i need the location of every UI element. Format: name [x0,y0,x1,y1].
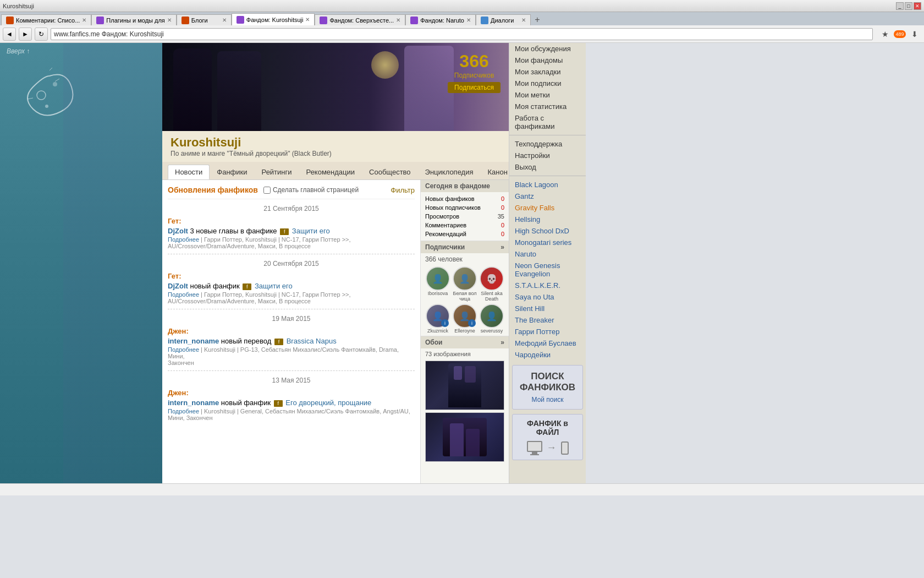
fandom-link-harry-potter[interactable]: Гарри Поттер [509,326,586,337]
wallpaper-thumb-1[interactable] [425,361,504,410]
wallpapers-section: Обои » 73 изображения [421,336,509,464]
convert-arrow-icon: → [547,442,557,454]
avatar-item-3: 💀 Silent aka Death [479,266,504,302]
bookmark-icon[interactable]: ★ [878,28,892,41]
more-link-3[interactable]: Подробнее [168,346,199,353]
tab-naruto[interactable]: Фандом: Naruto ✕ [405,14,476,25]
notification-icon[interactable]: 489 [893,28,906,41]
tab-close-icon[interactable]: ✕ [521,17,526,23]
wallpapers-arrow[interactable]: » [501,339,504,346]
menu-item-fandoms[interactable]: Мои фандомы [509,54,586,66]
fandom-link-gantz[interactable]: Gantz [509,190,586,202]
filter-button[interactable]: Фильтр [391,186,415,194]
notification-badge: 489 [894,30,905,38]
nav-item-news[interactable]: Новости [168,165,210,179]
fanfic-link-3[interactable]: Brassica Napus [287,337,337,345]
nav-item-fanfics[interactable]: Фанфики [210,165,254,179]
window-controls: _ □ ✕ [896,2,921,10]
tab-favicon [96,17,104,24]
address-bar[interactable]: www.fanfics.me Фандом: Kuroshitsuji [51,28,873,40]
fandom-link-naruto[interactable]: Naruto [509,248,586,260]
genre-label-3: Джен: [168,327,415,335]
svg-point-2 [53,82,57,86]
make-home-checkbox[interactable] [263,187,271,194]
refresh-button[interactable]: ↻ [35,28,48,41]
fandom-link-nge[interactable]: Neon Genesis Evangelion [509,260,586,280]
nav-item-encyclopedia[interactable]: Энциклопедия [418,165,481,179]
tab-label: Блоги [191,17,220,24]
fandom-link-monogatari[interactable]: Monogatari series [509,237,586,248]
tab-plugins[interactable]: Плагины и моды для ✕ [91,14,176,25]
avatar-pic-severussy[interactable]: 👤 [480,304,504,328]
menu-item-bookmarks[interactable]: Мои закладки [509,66,586,78]
nav-item-ratings[interactable]: Рейтинги [255,165,299,179]
monitor-icon [527,441,542,455]
more-link-4[interactable]: Подробнее [168,408,199,415]
new-tab-button[interactable]: + [531,14,544,25]
tab-label: Комментарии: Списо... [16,17,80,24]
tab-close-icon[interactable]: ✕ [222,17,227,23]
avatar-pic-elleroyne[interactable]: 👤 i [453,304,477,328]
more-link-2[interactable]: Подробнее [168,291,199,298]
tab-supernatural[interactable]: Фандом: Сверхъесте... ✕ [315,14,405,25]
maximize-button[interactable]: □ [905,2,912,10]
tab-close-icon[interactable]: ✕ [396,17,400,23]
author-2: DjZolt [168,282,188,290]
wallpaper-thumb-2[interactable] [425,412,504,462]
menu-item-tags[interactable]: Мои метки [509,89,586,101]
menu-item-subscriptions[interactable]: Мои подписки [509,78,586,89]
avatar-pic-iborisova[interactable]: 👤 [426,266,450,291]
fandom-link-stalker[interactable]: S.T.A.L.K.E.R. [509,280,586,291]
close-button[interactable]: ✕ [914,2,921,10]
stats-rows: Новых фанфиков 0 Новых подписчиков 0 Про… [421,192,509,241]
tab-close-icon[interactable]: ✕ [305,17,310,23]
fandom-link-hellsing[interactable]: Hellsing [509,214,586,225]
tab-close-icon[interactable]: ✕ [82,17,86,23]
tab-close-icon[interactable]: ✕ [466,17,471,23]
menu-item-logout[interactable]: Выход [509,161,586,173]
nav-item-recommendations[interactable]: Рекомендации [299,165,362,179]
tab-label: Фандом: Сверхъесте... [329,17,394,24]
search-panel-title: ПОИСК ФАНФИКОВ [517,371,578,394]
nav-item-community[interactable]: Сообщество [362,165,418,179]
tab-dialogs[interactable]: Диалоги ✕ [476,14,531,25]
fandom-link-highschool-dxd[interactable]: High School DxD [509,225,586,237]
minimize-button[interactable]: _ [896,2,904,10]
site-tagline: Вверх ↑ [7,47,30,55]
fanfic-link-2[interactable]: Защити его [255,282,293,290]
menu-item-statistics[interactable]: Моя статистика [509,101,586,112]
wallpaper-count: 73 изображения [425,351,504,357]
fandom-link-gravity-falls[interactable]: Gravity Falls [509,202,586,214]
subscribe-button[interactable]: Подписаться [448,82,501,93]
menu-item-discussions[interactable]: Мои обсуждения [509,43,586,54]
fandom-link-the-breaker[interactable]: The Breaker [509,314,586,326]
fanfic-link-1[interactable]: Защити его [292,227,330,235]
tab-kuroshitsuji[interactable]: Фандом: Kuroshitsuji ✕ [232,13,315,25]
back-button[interactable]: ◄ [3,28,16,41]
forward-button[interactable]: ► [19,28,32,41]
fandom-link-charodeyki[interactable]: Чародейки [509,349,586,361]
fanfic-link-4[interactable]: Его дворецкий, прощание [285,399,371,407]
subscribers-arrow[interactable]: » [501,243,504,251]
tab-comments[interactable]: Комментарии: Списо... ✕ [1,14,91,25]
menu-item-settings[interactable]: Настройки [509,150,586,161]
menu-item-work-fanfics[interactable]: Работа с фанфиками [509,112,586,132]
avatar-pic-zkuzmick[interactable]: 👤 i [426,304,450,328]
right-user-panel: Мои обсуждения Мои фандомы Мои закладки … [509,43,586,483]
fandom-link-saya-no-uta[interactable]: Saya no Uta [509,291,586,303]
fandom-link-black-lagoon[interactable]: Black Lagoon [509,179,586,190]
avatar-pic-silent[interactable]: 💀 [480,266,504,291]
tab-close-icon[interactable]: ✕ [167,17,172,23]
search-panel-link[interactable]: Мой поиск [517,396,578,403]
more-link-1[interactable]: Подробнее [168,236,199,243]
menu-item-support[interactable]: Техподдержка [509,138,586,150]
wallpapers-section-title: Обои » [421,336,509,348]
update-entry-2: DjZolt новый фанфик f Защити его Подробн… [168,282,415,304]
fandom-link-mefodiy[interactable]: Мефодий Буслаев [509,337,586,349]
avatar-pic-belaya[interactable]: 👤 [453,266,477,291]
download-icon[interactable]: ⬇ [908,28,921,41]
character-2 [217,51,261,131]
tab-blogs[interactable]: Блоги ✕ [177,14,232,25]
stat-label-4: Рекомендаций [425,231,466,237]
fandom-link-silent-hill[interactable]: Silent Hill [509,303,586,314]
